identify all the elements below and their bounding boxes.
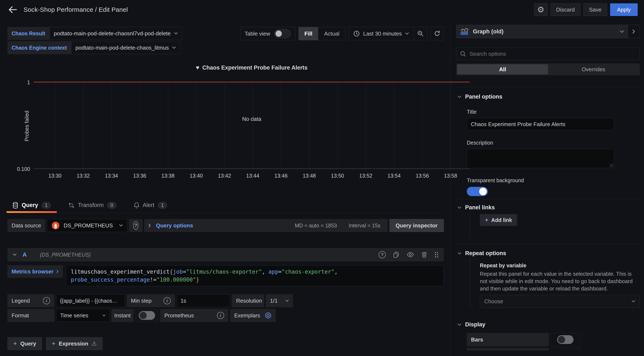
clipped-chip — [467, 348, 549, 351]
topbar-actions: ⚙ Discard Save Apply — [534, 3, 638, 16]
resolution-select[interactable]: 1/1 — [266, 294, 293, 307]
visualization-select[interactable]: Graph (old) — [456, 25, 628, 38]
panel-description-textarea[interactable] — [467, 149, 614, 168]
repeat-by-variable-label: Repeat by variable — [480, 262, 640, 269]
chart-gridline — [111, 82, 112, 169]
resize-handle[interactable] — [610, 164, 613, 167]
eye-icon[interactable] — [407, 252, 414, 257]
x-axis-tick-label: 13:44 — [246, 173, 260, 179]
options-search[interactable] — [456, 47, 640, 60]
query-inspector-button[interactable]: Query inspector — [389, 219, 444, 232]
filter-tab-all[interactable]: All — [457, 64, 548, 74]
min-step-chip: Min step i — [127, 294, 175, 307]
chart-gridline — [224, 82, 225, 169]
chart-gridline — [366, 82, 366, 169]
panel-settings-button[interactable]: ⚙ — [534, 3, 548, 16]
tab-count-badge: 1 — [158, 202, 167, 209]
transparent-background-label: Transparent background — [467, 177, 640, 183]
add-expression-button[interactable]: + Expression ⚠ — [46, 337, 103, 350]
duplicate-icon[interactable] — [393, 252, 399, 258]
save-button[interactable]: Save — [584, 3, 607, 16]
bars-toggle-box — [550, 333, 580, 346]
metrics-browser-button[interactable]: Metrics browser — [7, 265, 63, 278]
trash-icon[interactable] — [422, 252, 427, 258]
min-step-input[interactable] — [176, 294, 230, 307]
chart-gridline — [55, 82, 55, 169]
x-axis-tick-label: 13:48 — [303, 173, 316, 179]
plus-icon: + — [13, 340, 17, 347]
x-axis-tick-label: 13:54 — [388, 173, 401, 179]
add-link-button[interactable]: + Add link — [480, 214, 517, 226]
variable-value: podtato-main-pod-delete-chaos_litmus — [76, 44, 169, 51]
query-options-expander[interactable]: Query options MD = auto = 1853 Interval … — [144, 219, 388, 232]
fill-actual-group: Fill Actual — [298, 27, 346, 40]
panel-title-input[interactable] — [467, 118, 614, 131]
transform-icon — [68, 202, 74, 208]
promql-query-editor[interactable]: litmuschaos_experiment_verdict{job="litm… — [66, 265, 444, 286]
plus-icon: + — [485, 217, 488, 223]
transparent-background-toggle[interactable] — [467, 187, 488, 196]
add-query-button[interactable]: + Query — [7, 337, 42, 350]
legend-label-chip: Legend i — [7, 294, 54, 307]
edit-panel-main: Chaos Result podtato-main-pod-delete-cha… — [0, 19, 450, 356]
instant-toggle-box — [135, 309, 158, 322]
filter-tab-overrides[interactable]: Overrides — [548, 64, 639, 74]
toggle-knob — [479, 188, 487, 195]
actual-button[interactable]: Actual — [318, 27, 345, 40]
x-axis-tick-label: 13:42 — [218, 173, 231, 179]
fill-button[interactable]: Fill — [299, 27, 318, 40]
datasource-help-button[interactable]: ? — [129, 219, 142, 232]
apply-button[interactable]: Apply — [610, 3, 638, 16]
chevron-down-icon — [458, 206, 461, 209]
refresh-button[interactable] — [430, 27, 444, 40]
datasource-label: Data source — [7, 219, 45, 232]
chevron-down-icon — [458, 252, 461, 255]
code-token: probe_success_percentage — [71, 277, 150, 283]
query-help-icon[interactable]: ? — [378, 251, 386, 258]
divider — [456, 199, 640, 199]
query-options-row-2: Format Time series Instant Prometheus i … — [7, 309, 444, 322]
description-field-label: Description — [467, 140, 640, 146]
display-section-header[interactable]: Display — [458, 321, 640, 328]
visualization-name: Graph (old) — [473, 28, 616, 35]
zoom-out-button[interactable] — [414, 27, 427, 40]
instant-toggle[interactable] — [139, 311, 155, 320]
x-axis-tick-label: 13:56 — [416, 173, 429, 179]
bars-option-row: Bars — [467, 333, 640, 346]
options-search-input[interactable] — [470, 51, 636, 57]
variable-chaos-engine-dropdown[interactable]: podtato-main-pod-delete-chaos_litmus — [71, 41, 180, 54]
discard-button[interactable]: Discard — [550, 3, 580, 16]
exemplars-icon[interactable] — [265, 312, 272, 319]
legend-format-input[interactable] — [56, 294, 125, 307]
variable-chaos-result-dropdown[interactable]: podtato-main-pod-delete-chaosnl7vd-pod-d… — [50, 27, 182, 40]
repeat-variable-select[interactable]: Choose — [480, 295, 640, 308]
info-icon: i — [217, 312, 224, 319]
plot-area[interactable]: No data 13:3013:3213:3413:3613:3813:4013… — [34, 82, 470, 169]
variable-chaos-engine-context: Chaos Engine context podtato-main-pod-de… — [7, 41, 444, 54]
tab-alert[interactable]: Alert 1 — [133, 197, 168, 213]
datasource-picker[interactable]: DS_PROMETHEUS — [47, 219, 127, 232]
tab-query[interactable]: Query 1 — [12, 197, 52, 213]
code-token: litmuschaos_experiment_verdict — [71, 269, 170, 275]
tab-transform[interactable]: Transform 0 — [67, 197, 117, 213]
x-axis-tick-label: 13:46 — [274, 173, 288, 179]
format-select[interactable]: Time series — [56, 309, 110, 322]
visualization-expand-button[interactable] — [628, 25, 640, 38]
back-arrow-icon[interactable] — [6, 3, 19, 16]
query-row-header[interactable]: A (DS_PROMETHEUS) ? — [7, 248, 444, 261]
y-axis-tick-0100: 0.100 — [7, 166, 30, 172]
drag-handle-icon[interactable] — [434, 252, 438, 258]
repeat-by-variable-description: Repeat this panel for each value in the … — [480, 270, 640, 292]
bars-toggle[interactable] — [557, 335, 574, 344]
panel-links-section-header[interactable]: Panel links — [458, 204, 640, 211]
panel-links-body: + Add link — [470, 211, 640, 238]
options-filter-tabs: All Overrides — [456, 63, 640, 75]
exemplars-chip: Exemplars — [230, 309, 276, 322]
repeat-options-section-header[interactable]: Repeat options — [458, 250, 640, 257]
metrics-browser-label: Metrics browser — [12, 268, 54, 275]
code-token: "100.000000" — [156, 277, 196, 283]
time-range-picker[interactable]: Last 30 minutes — [349, 27, 414, 40]
code-token: job — [173, 269, 183, 275]
panel-options-section-header[interactable]: Panel options — [458, 94, 640, 100]
table-view-toggle[interactable] — [274, 29, 291, 38]
